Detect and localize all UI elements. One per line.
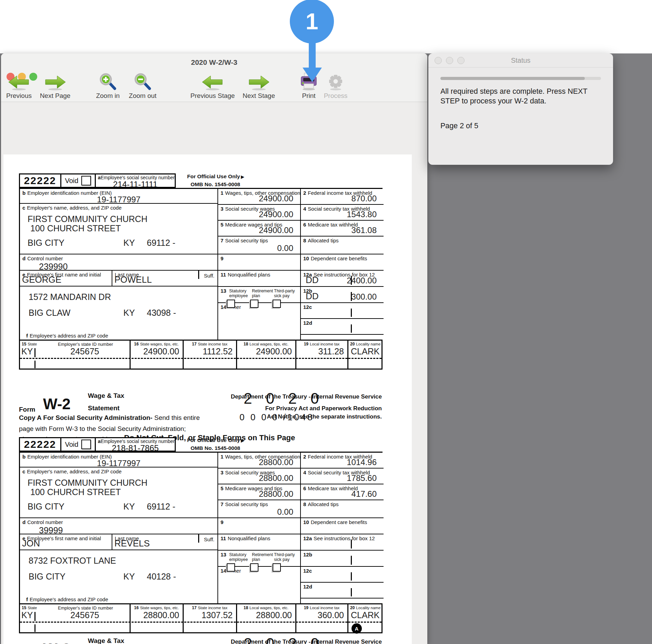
employee-street: 1572 MANDARIN DR [29, 292, 111, 302]
form-code: 22222 [24, 439, 56, 450]
w2-main-table: bEmployer identification number (EIN) 19… [19, 188, 383, 340]
box-16-value: 24900.00 [131, 346, 179, 356]
box-6: 6Medicare tax withheld 417.60 [301, 484, 384, 500]
employee-state: KY [123, 572, 135, 582]
treasury-line: Department of the Treasury - Internal Re… [231, 393, 382, 400]
cursor-marker-a: A [352, 623, 362, 634]
box-15-label: 15State [22, 342, 37, 346]
statement-label: Statement [88, 404, 120, 412]
annotation-arrow-head-icon [303, 68, 322, 82]
box-12d: 12d [301, 319, 384, 335]
employer-state: KY [123, 238, 135, 248]
box-12d: 12d [301, 583, 384, 598]
progress-bar [440, 77, 601, 80]
ssn-cell: aEmployee's social security number 218-8… [95, 438, 175, 451]
form-word: Form [19, 406, 35, 413]
box-5-value: 24900.00 [259, 225, 293, 235]
zoom-in-button[interactable]: Zoom in [91, 71, 125, 100]
status-message: All required steps are complete. Press N… [440, 87, 594, 106]
official-use-block: For Official Use Only▶ OMB No. 1545-0008 [187, 173, 244, 188]
box-first-name: eEmployee's first name and initial JON [20, 534, 112, 550]
box-3-value: 28800.00 [259, 473, 293, 483]
next-stage-button[interactable]: Next Stage [238, 71, 279, 100]
wage-tax-label: Wage & Tax [88, 637, 124, 644]
box-16-label: 16State wages, tips, etc. [131, 605, 182, 610]
box-first-name: eEmployee's first name and initial GEORG… [20, 271, 112, 286]
box-7-value: 0.00 [277, 243, 293, 253]
void-label: Void [65, 441, 78, 449]
zoom-out-button[interactable]: Zoom out [125, 71, 160, 100]
official-use-label: For Official Use Only▶ [187, 437, 244, 443]
ssn-value: 218-81-7865 [96, 444, 175, 452]
retirement-plan-label: Retirementplan [252, 552, 273, 562]
form-w2-title: W-2 [43, 641, 71, 644]
status-titlebar: Status [428, 53, 613, 68]
box-18-value: 28800.00 [237, 610, 292, 620]
gear-icon [321, 71, 350, 91]
w2-form-copy-1: 22222 Void aEmployee's social security n… [19, 173, 383, 370]
zoom-button[interactable] [457, 57, 465, 64]
box-suffix: Suff. [198, 271, 218, 286]
form-code-cell: 22222 [20, 174, 60, 187]
state-id-label: Employer's state ID number [46, 342, 125, 347]
box-3: 3Social security wages 24900.00 [218, 205, 301, 221]
first-name-value: GEORGE [22, 274, 61, 285]
employer-city: BIG CITY [28, 238, 64, 248]
zoom-out-icon [125, 71, 160, 91]
third-party-sick-pay-checkbox [273, 563, 281, 572]
box-8: 8Allocated tips [301, 500, 384, 518]
close-button[interactable] [435, 57, 442, 64]
omb-number: OMB No. 1545-0008 [187, 445, 244, 451]
void-cell: Void [60, 438, 95, 451]
third-party-sick-pay-label: Third-partysick pay [274, 289, 295, 298]
w2-header-box: 22222 Void aEmployee's social security n… [19, 437, 176, 452]
employer-state: KY [123, 502, 135, 512]
arrow-right-icon [38, 71, 72, 91]
privacy-line-1: For Privacy Act and Paperwork Reduction [265, 405, 382, 412]
box-2: 2Federal income tax withheld 870.00 [301, 189, 384, 205]
retirement-plan-checkbox [250, 563, 258, 572]
control-number-value: 239990 [39, 262, 68, 272]
box-4-value: 1785.60 [347, 473, 377, 483]
box-20-label: 20Locality name [350, 342, 380, 346]
box-12a-tick [351, 540, 352, 549]
last-name-value: REVELS [114, 538, 150, 549]
box-1-value: 24900.00 [259, 194, 293, 203]
box-12b: 12b [301, 551, 384, 567]
last-name-value: POWELL [114, 274, 152, 285]
box-1: 1Wages, tips, other compensation 28800.0… [218, 453, 301, 469]
ein-value: 19-1177997 [20, 196, 217, 203]
box-12b-tick [351, 556, 352, 565]
box-12c-tick [351, 572, 352, 581]
first-name-value: JON [22, 538, 40, 549]
right-triangle-icon: ▶ [241, 174, 244, 179]
footer-line-2: page with Form W-3 to the Social Securit… [19, 425, 186, 433]
box-12d-tick [351, 588, 352, 596]
page-indicator: Page 2 of 5 [440, 122, 478, 130]
form-code-cell: 22222 [20, 438, 60, 451]
next-page-button[interactable]: Next Page [38, 71, 72, 100]
w2-main-table: bEmployer identification number (EIN) 19… [19, 452, 383, 603]
box-suffix: Suff. [198, 534, 218, 550]
state-id-value: 245675 [41, 346, 129, 356]
box-2-value: 1014.96 [347, 457, 377, 467]
previous-button[interactable]: Previous [2, 71, 36, 100]
progress-bar-fill [440, 77, 585, 80]
employer-name: FIRST COMMUNITY CHURCH [28, 214, 147, 224]
box-12a-code: DD [306, 275, 319, 285]
employer-name: FIRST COMMUNITY CHURCH [28, 478, 147, 488]
box-7: 7Social security tips 0.00 [218, 500, 301, 518]
box-last-name: Last name REVELS [112, 534, 198, 550]
previous-stage-button[interactable]: Previous Stage [189, 71, 237, 100]
ein-value: 19-1177997 [20, 460, 217, 467]
form-code: 22222 [24, 175, 56, 187]
process-button[interactable]: Process [321, 71, 350, 100]
minimize-button[interactable] [446, 57, 453, 64]
box-19-label: 19Local income tax [297, 605, 347, 610]
box-8: 8Allocated tips [301, 237, 384, 254]
window-title: 2020 W-2/W-3 [1, 58, 427, 67]
w2-header-box: 22222 Void aEmployee's social security n… [19, 173, 176, 188]
void-cell: Void [60, 174, 95, 187]
state-value: KY [21, 346, 33, 356]
copy-a-line: Copy A For Social Security Administratio… [19, 414, 200, 422]
